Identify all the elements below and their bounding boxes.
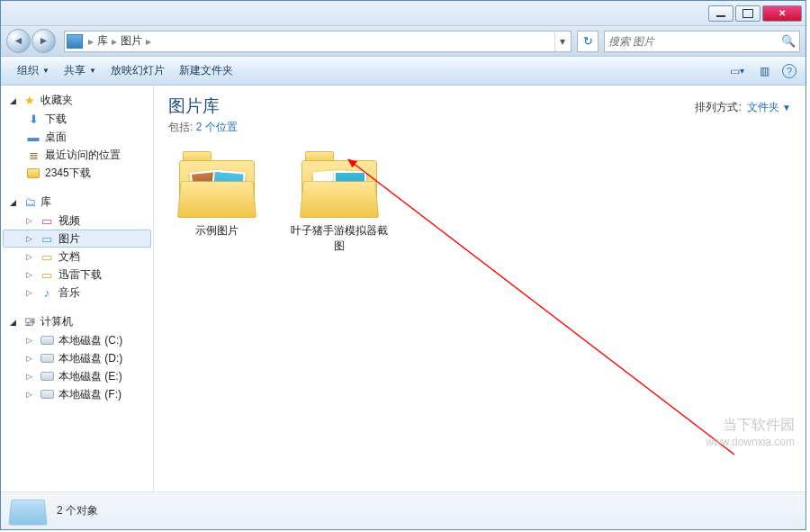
includes-link[interactable]: 2 个位置 <box>196 121 238 133</box>
sidebar-item-drive-e[interactable]: ▷本地磁盘 (E:) <box>3 367 151 385</box>
watermark-url: www.downxia.com <box>706 435 795 450</box>
search-input[interactable] <box>608 35 781 48</box>
content-pane: 图片库 包括: 2 个位置 排列方式: 文件夹 ▼ <box>154 86 806 491</box>
sidebar-item-xunlei[interactable]: ▷▭迅雷下载 <box>3 266 151 284</box>
view-options-button[interactable]: ▭ ▾ <box>728 63 746 79</box>
nav-buttons: ◄ ► <box>6 29 58 54</box>
search-box[interactable]: 🔍 <box>604 31 800 52</box>
organize-menu[interactable]: 组织▼ <box>10 59 57 82</box>
share-label: 共享 <box>64 63 86 78</box>
pictures-icon: ▭ <box>40 231 54 246</box>
libraries-node[interactable]: ◢🗂库 <box>3 193 151 212</box>
tree-item-label: 本地磁盘 (E:) <box>58 369 122 384</box>
watermark: 当下软件园 www.downxia.com <box>706 415 795 450</box>
drive-icon <box>40 387 54 401</box>
favorites-node[interactable]: ◢★收藏夹 <box>3 91 151 110</box>
sort-label: 排列方式: <box>695 100 741 115</box>
collapse-icon: ◢ <box>10 96 19 105</box>
favorites-label: 收藏夹 <box>40 93 73 108</box>
tree-item-label: 2345下载 <box>45 166 91 181</box>
folder-item-screenshots[interactable]: 叶子猪手游模拟器截图 <box>291 148 388 254</box>
chevron-down-icon: ▼ <box>42 67 50 75</box>
location-icon <box>67 34 83 49</box>
back-button[interactable]: ◄ <box>6 29 31 53</box>
expand-icon: ▷ <box>26 216 35 225</box>
recent-icon: ≣ <box>26 148 40 162</box>
sidebar-item-recent[interactable]: ≣最近访问的位置 <box>3 146 151 164</box>
computer-node[interactable]: ◢🖳计算机 <box>3 312 151 331</box>
forward-button[interactable]: ► <box>32 29 56 53</box>
navigation-pane: ◢★收藏夹 ⬇下载 ▬桌面 ≣最近访问的位置 2345下载 ◢🗂库 ▷▭视频 ▷… <box>1 86 154 491</box>
folder-icon: ▭ <box>40 267 54 282</box>
sidebar-item-music[interactable]: ▷♪音乐 <box>3 284 151 302</box>
toolbar: 组织▼ 共享▼ 放映幻灯片 新建文件夹 ▭ ▾ ▥ ? <box>1 57 806 86</box>
status-bar: 2 个对象 <box>1 491 806 529</box>
drive-icon <box>40 351 54 365</box>
tree-item-label: 图片 <box>58 231 80 247</box>
search-icon[interactable]: 🔍 <box>781 34 796 48</box>
refresh-button[interactable]: ↻ <box>577 31 598 52</box>
watermark-title: 当下软件园 <box>706 415 795 435</box>
drive-icon <box>40 333 54 347</box>
sidebar-item-downloads[interactable]: ⬇下载 <box>3 110 151 128</box>
sidebar-item-drive-f[interactable]: ▷本地磁盘 (F:) <box>3 385 151 403</box>
expand-icon: ▷ <box>26 252 35 261</box>
tree-item-label: 本地磁盘 (D:) <box>58 351 122 366</box>
sidebar-item-2345[interactable]: 2345下载 <box>3 164 151 182</box>
preview-pane-button[interactable]: ▥ <box>755 63 773 79</box>
breadcrumb-sep: ▸ <box>112 35 117 48</box>
slideshow-label: 放映幻灯片 <box>111 63 165 78</box>
libraries-label: 库 <box>40 194 51 210</box>
expand-icon: ▷ <box>26 372 35 381</box>
folder-icon <box>26 166 40 180</box>
items-view: 示例图片 叶子猪手游模拟器截图 <box>168 148 791 254</box>
status-count: 2 个对象 <box>57 503 98 518</box>
tree-item-label: 最近访问的位置 <box>45 148 121 163</box>
download-icon: ⬇ <box>26 112 40 126</box>
favorites-group: ◢★收藏夹 ⬇下载 ▬桌面 ≣最近访问的位置 2345下载 <box>3 91 151 182</box>
sidebar-item-videos[interactable]: ▷▭视频 <box>3 212 151 230</box>
expand-icon: ▷ <box>26 390 35 399</box>
sidebar-item-documents[interactable]: ▷▭文档 <box>3 248 151 266</box>
sidebar-item-pictures[interactable]: ▷▭图片 <box>3 230 151 248</box>
folder-item-sample-pictures[interactable]: 示例图片 <box>168 148 266 254</box>
breadcrumb-dropdown-icon[interactable]: ▾ <box>554 32 569 51</box>
expand-icon: ▷ <box>26 336 35 345</box>
tree-item-label: 音乐 <box>58 285 80 301</box>
explorer-window: ◄ ► ▸ 库 ▸ 图片 ▸ ▾ ↻ 🔍 组织▼ 共享▼ 放映幻灯片 新建文件夹… <box>0 0 806 530</box>
maximize-button[interactable] <box>735 5 760 22</box>
documents-icon: ▭ <box>40 249 54 264</box>
computer-label: 计算机 <box>40 314 73 329</box>
share-menu[interactable]: 共享▼ <box>57 59 104 82</box>
slideshow-button[interactable]: 放映幻灯片 <box>104 59 172 82</box>
expand-icon: ▷ <box>26 354 35 363</box>
expand-icon: ▷ <box>26 270 35 279</box>
library-icon: 🗂 <box>22 195 37 210</box>
address-bar: ◄ ► ▸ 库 ▸ 图片 ▸ ▾ ↻ 🔍 <box>1 26 806 57</box>
sidebar-item-drive-c[interactable]: ▷本地磁盘 (C:) <box>3 331 151 349</box>
breadcrumb-seg-0[interactable]: 库 <box>97 33 108 49</box>
minimize-button[interactable] <box>708 5 734 22</box>
library-includes: 包括: 2 个位置 <box>168 120 238 135</box>
expand-icon: ▷ <box>26 288 35 297</box>
drive-icon <box>40 369 54 383</box>
music-icon: ♪ <box>40 285 54 300</box>
computer-icon: 🖳 <box>22 315 37 329</box>
help-button[interactable]: ? <box>782 64 796 78</box>
breadcrumb[interactable]: ▸ 库 ▸ 图片 ▸ ▾ <box>64 31 572 52</box>
expand-icon: ▷ <box>26 234 35 243</box>
close-button[interactable] <box>762 5 802 22</box>
breadcrumb-seg-1[interactable]: 图片 <box>121 33 142 49</box>
library-title: 图片库 <box>168 95 238 118</box>
tree-item-label: 文档 <box>58 249 80 265</box>
sort-control[interactable]: 排列方式: 文件夹 ▼ <box>695 100 791 115</box>
sidebar-item-drive-d[interactable]: ▷本地磁盘 (D:) <box>3 349 151 367</box>
chevron-down-icon: ▼ <box>782 103 791 113</box>
newfolder-button[interactable]: 新建文件夹 <box>172 59 240 82</box>
includes-label: 包括: <box>168 121 193 133</box>
status-thumbnail-icon <box>8 499 47 525</box>
sort-value[interactable]: 文件夹 ▼ <box>747 100 791 115</box>
sidebar-item-desktop[interactable]: ▬桌面 <box>3 128 151 146</box>
star-icon: ★ <box>22 94 37 108</box>
tree-item-label: 桌面 <box>45 130 67 145</box>
